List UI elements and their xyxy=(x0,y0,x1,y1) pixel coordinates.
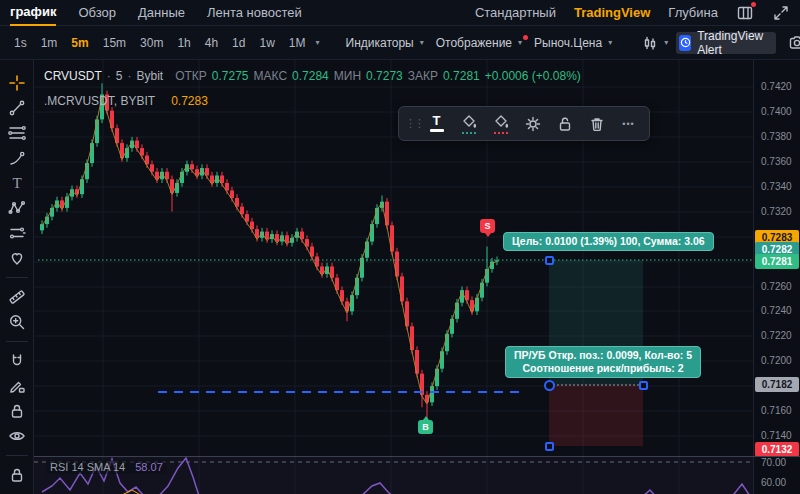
hide-drawings-eye-icon[interactable] xyxy=(7,426,27,446)
tab-tradingview[interactable]: TradingView xyxy=(574,0,650,25)
tab-data[interactable]: Данные xyxy=(138,0,185,25)
layout-grid-icon[interactable] xyxy=(736,4,754,22)
crosshair-icon[interactable] xyxy=(7,73,27,93)
price-axis-label: 0.7400 xyxy=(761,106,792,117)
green-dash-swatch xyxy=(462,132,476,134)
screenshot-camera-icon[interactable] xyxy=(788,33,800,53)
interval-1m[interactable]: 1m xyxy=(35,33,64,53)
overlay-symbol[interactable]: .MCRVUSDT, BYBIT xyxy=(44,94,155,108)
buy-marker[interactable]: B xyxy=(418,420,433,434)
alert-clock-icon xyxy=(679,35,691,51)
target-tooltip[interactable]: Цель: 0.0100 (1.39%) 100, Сумма: 3.06 xyxy=(503,232,714,251)
open-value: 0.7275 xyxy=(212,69,249,83)
drag-handle[interactable]: ⋮⋮ xyxy=(405,117,419,130)
ruler-icon[interactable] xyxy=(7,287,27,307)
symbol-name[interactable]: CRVUSDT xyxy=(44,69,102,83)
tab-overview[interactable]: Обзор xyxy=(78,0,116,25)
tab-chart[interactable]: график xyxy=(10,0,56,26)
zoom-in-icon[interactable] xyxy=(7,312,27,332)
interval-15m[interactable]: 15m xyxy=(97,33,132,53)
remove-drawings-icon[interactable] xyxy=(7,490,27,494)
interval-4h[interactable]: 4h xyxy=(199,33,224,53)
chart-legend: CRVUSDT · 5 · Bybit ОТКР 0.7275 МАКС 0.7… xyxy=(44,67,581,110)
interval-1h[interactable]: 1h xyxy=(171,33,196,53)
tradingview-alert-button[interactable]: TradingView Alert xyxy=(676,32,776,54)
price-axis-label: 0.7160 xyxy=(761,405,792,416)
more-options-button[interactable]: ••• xyxy=(614,110,643,137)
interval-1d[interactable]: 1d xyxy=(226,33,251,53)
chevron-down-icon: ▾ xyxy=(518,38,522,47)
chevron-down-icon: ▾ xyxy=(664,38,668,47)
interval-1w[interactable]: 1w xyxy=(253,33,280,53)
indicators-menu[interactable]: Индикаторы▾ xyxy=(342,33,430,53)
close-label: ЗАКР xyxy=(408,69,438,83)
fib-retracement-icon[interactable] xyxy=(7,123,27,143)
price-axis-label: 0.7360 xyxy=(761,156,792,167)
chevron-down-icon: ▾ xyxy=(608,38,612,47)
low-value: 0.7273 xyxy=(366,69,403,83)
price-axis-label: 0.7260 xyxy=(761,281,792,292)
high-value: 0.7284 xyxy=(292,69,329,83)
price-axis[interactable]: 0.74200.74000.73800.73600.73400.73200.72… xyxy=(753,60,800,494)
magnet-icon[interactable] xyxy=(7,351,27,371)
open-label: ОТКР xyxy=(175,69,207,83)
brush-icon[interactable] xyxy=(7,148,27,168)
interval-1M[interactable]: 1M xyxy=(283,33,312,53)
interval-30m[interactable]: 30m xyxy=(134,33,169,53)
rsi-label[interactable]: RSI 14 SMA 14 xyxy=(50,461,125,473)
market-price-menu[interactable]: Рыноч.Цена▾ xyxy=(530,33,618,53)
lock-icon[interactable] xyxy=(7,465,27,485)
chart-toolbar: 1s 1m 5m 15m 30m 1h 4h 1d 1w 1M ▾ Индика… xyxy=(0,26,800,60)
price-axis-label: 70.00 xyxy=(761,457,786,468)
unlock-button[interactable] xyxy=(550,110,579,137)
profit-fill-color-button[interactable] xyxy=(454,110,483,137)
paint-bucket-icon xyxy=(493,114,509,130)
settings-button[interactable] xyxy=(518,110,547,137)
paint-bucket-icon xyxy=(461,114,477,130)
change-value: +0.0006 (+0.08%) xyxy=(485,69,581,83)
price-badge[interactable]: 0.7132 xyxy=(755,442,799,457)
chart-pane[interactable]: CRVUSDT · 5 · Bybit ОТКР 0.7275 МАКС 0.7… xyxy=(34,60,753,494)
header: график Обзор Данные Лента новостей Станд… xyxy=(0,0,800,26)
trend-line-icon[interactable] xyxy=(7,98,27,118)
emoji-heart-icon[interactable] xyxy=(7,248,27,268)
sell-marker[interactable]: S xyxy=(480,219,495,233)
notification-dot xyxy=(523,35,528,40)
floating-drawing-toolbar: ⋮⋮ T ••• xyxy=(398,106,650,141)
position-drag-handle[interactable] xyxy=(545,256,554,265)
tab-news-feed[interactable]: Лента новостей xyxy=(207,0,302,25)
price-badge[interactable]: 0.7281 xyxy=(755,254,799,269)
legend-interval: 5 xyxy=(116,69,123,83)
position-drag-handle[interactable] xyxy=(639,381,648,390)
red-dash-swatch xyxy=(494,132,508,134)
entry-drag-handle[interactable] xyxy=(544,380,555,391)
lock-all-icon[interactable] xyxy=(7,401,27,421)
position-drag-handle[interactable] xyxy=(545,442,554,451)
price-badge[interactable]: 0.7182 xyxy=(755,377,799,392)
text-tool-icon[interactable]: T xyxy=(7,173,27,193)
intervals-caret-icon[interactable]: ▾ xyxy=(315,38,319,47)
pane-separator[interactable] xyxy=(34,456,800,457)
price-axis-label: 60.00 xyxy=(761,477,786,488)
text-color-button[interactable]: T xyxy=(422,110,451,137)
tab-standard[interactable]: Стандартный xyxy=(475,0,556,25)
interval-5m[interactable]: 5m xyxy=(65,33,94,53)
xabcd-pattern-icon[interactable] xyxy=(7,198,27,218)
long-position-icon[interactable] xyxy=(7,223,27,243)
rsi-indicator-legend[interactable]: RSI 14 SMA 14 58.07 xyxy=(46,460,167,474)
overlay-value: 0.7283 xyxy=(171,94,208,108)
legend-row-main[interactable]: CRVUSDT · 5 · Bybit ОТКР 0.7275 МАКС 0.7… xyxy=(44,67,581,85)
close-value: 0.7281 xyxy=(443,69,480,83)
svg-text:T: T xyxy=(12,175,21,191)
tab-depth[interactable]: Глубина xyxy=(668,0,718,25)
collapse-icon[interactable] xyxy=(772,4,790,22)
stop-fill-color-button[interactable] xyxy=(486,110,515,137)
notification-dot xyxy=(751,2,756,7)
chart-style-menu[interactable]: ▾ xyxy=(638,32,674,54)
drawing-lock-pencil-icon[interactable] xyxy=(7,376,27,396)
interval-1s[interactable]: 1s xyxy=(8,33,33,53)
pnl-tooltip[interactable]: ПР/УБ Откр. поз.: 0.0099, Кол-во: 5 Соот… xyxy=(505,346,701,378)
delete-button[interactable] xyxy=(582,110,611,137)
unlock-icon xyxy=(556,115,574,133)
display-menu[interactable]: Отображение▾ xyxy=(432,33,528,53)
